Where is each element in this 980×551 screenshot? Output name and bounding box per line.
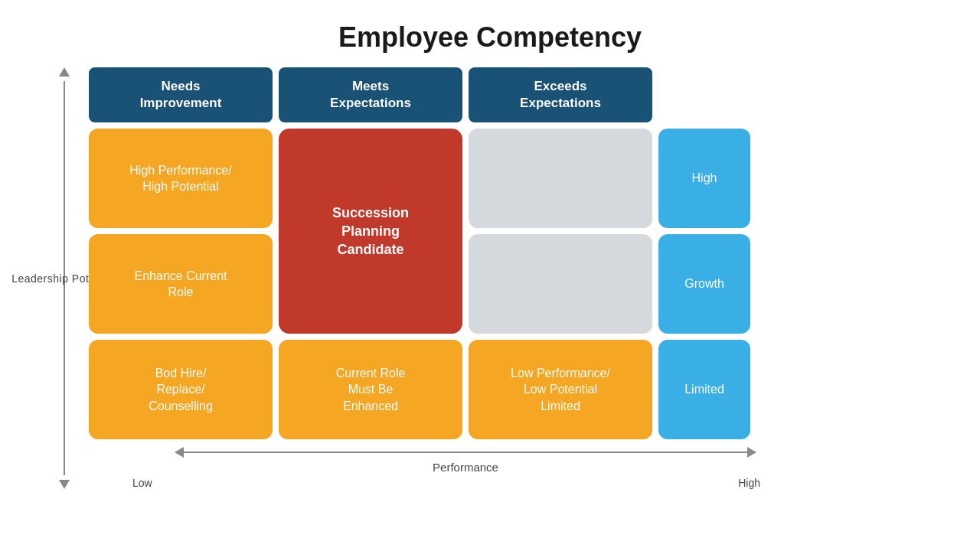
y-axis-arrow-up xyxy=(59,67,70,77)
cell-gray-r1c3 xyxy=(469,129,652,228)
cell-right-limited: Limited xyxy=(658,340,750,439)
cell-gray-r2c3 xyxy=(469,234,652,334)
grid-area: NeedsImprovement MeetsExpectations Excee… xyxy=(83,67,934,489)
header-needs-improvement: NeedsImprovement xyxy=(89,67,273,122)
x-axis-row xyxy=(175,447,756,458)
cell-current-role-enhanced: Current RoleMust BeEnhanced xyxy=(279,340,462,439)
header-empty xyxy=(658,67,750,122)
data-grid: High Performance/High Potential Successi… xyxy=(83,129,934,439)
x-axis-container: Performance Low High xyxy=(83,447,934,489)
cell-high-performance: High Performance/High Potential xyxy=(89,129,273,228)
page-title: Employee Competency xyxy=(338,21,642,54)
y-axis-arrow-down xyxy=(59,480,70,489)
headers-row: NeedsImprovement MeetsExpectations Excee… xyxy=(83,67,934,122)
cell-bod-hire: Bod Hire/Replace/Counselling xyxy=(89,340,273,439)
header-meets-expectations: MeetsExpectations xyxy=(279,67,462,122)
cell-low-performance: Low Performance/Low PotentialLimited xyxy=(469,340,652,439)
cell-right-high: High xyxy=(658,129,750,228)
x-axis-high-label: High xyxy=(738,477,760,489)
header-exceeds-expectations: ExceedsExpectations xyxy=(469,67,652,122)
x-axis-label: Performance xyxy=(433,461,498,474)
x-axis-endpoints: Low High xyxy=(132,477,760,489)
x-axis-low-label: Low xyxy=(132,477,152,489)
cell-succession-planning: SuccessionPlanningCandidate xyxy=(279,129,462,334)
y-axis: Leadership Potential xyxy=(46,67,83,489)
x-axis-line xyxy=(182,452,749,453)
x-axis-arrow-right xyxy=(747,447,756,458)
cell-right-growth: Growth xyxy=(658,234,750,334)
cell-enhance-current-role: Enhance CurrentRole xyxy=(89,234,273,334)
